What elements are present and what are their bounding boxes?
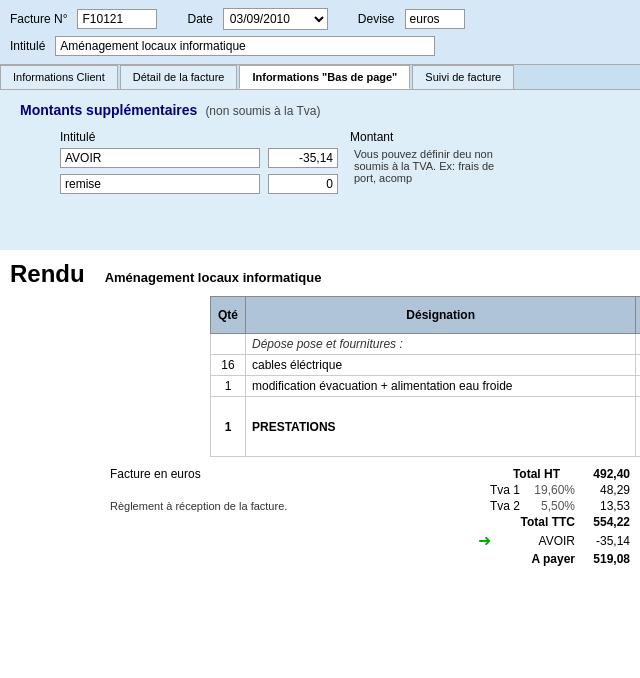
total-ht-label: Total HT — [460, 467, 560, 481]
table-row-1: 16 cables éléctrique 1 15,40 246,40 — [211, 355, 641, 376]
facture-label: Facture N° — [10, 12, 67, 26]
info-text: Vous pouvez définir deu non soumis à la … — [354, 148, 514, 184]
col-headers: Intitulé Montant — [60, 130, 620, 144]
montant-rows — [20, 148, 338, 200]
tva2-label: Tva 2 — [460, 499, 520, 513]
table-row-2: 1 modification évacuation + alimentation… — [211, 376, 641, 397]
row3-tva: 2 — [636, 397, 640, 457]
montant-value-input-0[interactable] — [268, 148, 338, 168]
tva1-label: Tva 1 — [460, 483, 520, 497]
tab-baspage[interactable]: Informations "Bas de page" — [239, 65, 410, 89]
section-title: Montants supplémentaires — [20, 102, 197, 118]
header-row2: Intitulé — [10, 36, 630, 56]
facture-label: Facture en euros — [110, 467, 460, 481]
row1-tva: 1 — [636, 355, 640, 376]
row3-designation: PRESTATIONS — [246, 397, 636, 457]
montant-value-input-1[interactable] — [268, 174, 338, 194]
invoice-table: Qté Désignation Tva Prix Unit. Total HT … — [210, 296, 640, 457]
tva1-value: 48,29 — [575, 483, 630, 497]
row0-qte — [211, 334, 246, 355]
date-label: Date — [187, 12, 212, 26]
table-row-3: 1 PRESTATIONS 2 204,00 204,00 — [211, 397, 641, 457]
th-qte: Qté — [211, 297, 246, 334]
tab-client[interactable]: Informations Client — [0, 65, 118, 89]
devise-input[interactable] — [405, 9, 465, 29]
avoir-label: AVOIR — [495, 534, 575, 548]
invoice-area: Qté Désignation Tva Prix Unit. Total HT … — [110, 296, 630, 566]
facture-number-input[interactable] — [77, 9, 157, 29]
total-ht-value: 492,40 — [560, 467, 630, 481]
apayer-value: 519,08 — [575, 552, 630, 566]
total-ht-row: Facture en euros Total HT 492,40 — [110, 467, 630, 481]
rendu-section: Rendu Aménagement locaux informatique Qt… — [0, 250, 640, 578]
header-section: Facture N° Date 03/09/2010 Devise Intitu… — [0, 0, 640, 65]
apayer-label: A payer — [460, 552, 575, 566]
section-subtitle: (non soumis à la Tva) — [205, 104, 320, 118]
intitule-input-1[interactable] — [60, 174, 260, 194]
tab-suivi[interactable]: Suivi de facture — [412, 65, 514, 89]
avoir-row: ➜ AVOIR -35,14 — [110, 531, 630, 550]
intitule-label: Intitulé — [10, 39, 45, 53]
total-ttc-label: Total TTC — [460, 515, 575, 529]
tva1-row: Tva 1 19,60% 48,29 — [110, 483, 630, 497]
row2-qte: 1 — [211, 376, 246, 397]
row2-tva: 2 — [636, 376, 640, 397]
apayer-row: A payer 519,08 — [110, 552, 630, 566]
col-montant-label: Montant — [350, 130, 430, 144]
row0-designation: Dépose pose et fournitures : — [246, 334, 636, 355]
th-designation: Désignation — [246, 297, 636, 334]
rendu-document-title: Aménagement locaux informatique — [105, 270, 322, 285]
rendu-title: Rendu — [10, 260, 85, 288]
row1-qte: 16 — [211, 355, 246, 376]
total-ttc-row: Total TTC 554,22 — [110, 515, 630, 529]
tva2-row: Règlement à réception de la facture. Tva… — [110, 499, 630, 513]
intitule-input-0[interactable] — [60, 148, 260, 168]
devise-label: Devise — [358, 12, 395, 26]
tva2-value: 13,53 — [575, 499, 630, 513]
totals-container: Facture en euros Total HT 492,40 Tva 1 1… — [110, 467, 630, 566]
montant-row-0 — [60, 148, 338, 168]
tva2-rate: 5,50% — [520, 499, 575, 513]
row2-designation: modification évacuation + alimentation e… — [246, 376, 636, 397]
total-ttc-value: 554,22 — [575, 515, 630, 529]
arrow-icon: ➜ — [478, 531, 491, 550]
content-panel: Montants supplémentaires (non soumis à l… — [0, 90, 640, 250]
row3-qte: 1 — [211, 397, 246, 457]
row0-tva — [636, 334, 640, 355]
tab-detail[interactable]: Détail de la facture — [120, 65, 238, 89]
table-row-0: Dépose pose et fournitures : — [211, 334, 641, 355]
col-intitule-label: Intitulé — [60, 130, 260, 144]
date-select[interactable]: 03/09/2010 — [223, 8, 328, 30]
intitule-input[interactable] — [55, 36, 435, 56]
montants-header: Montants supplémentaires (non soumis à l… — [20, 102, 620, 122]
montant-row-1 — [60, 174, 338, 194]
tva1-rate: 19,60% — [520, 483, 575, 497]
tabs-bar: Informations Client Détail de la facture… — [0, 65, 640, 90]
avoir-value: -35,14 — [575, 534, 630, 548]
row1-designation: cables éléctrique — [246, 355, 636, 376]
th-tva: Tva — [636, 297, 640, 334]
reglement-text: Règlement à réception de la facture. — [110, 500, 460, 512]
header-row1: Facture N° Date 03/09/2010 Devise — [10, 8, 630, 30]
